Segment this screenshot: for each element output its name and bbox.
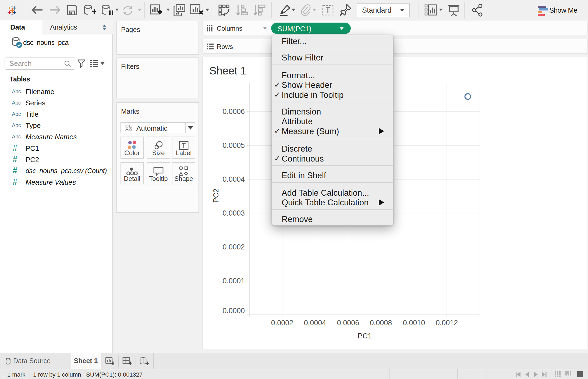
- svg-text:0.0012: 0.0012: [436, 319, 458, 327]
- svg-text:0.0004: 0.0004: [304, 319, 326, 327]
- svg-text:0.0001: 0.0001: [222, 277, 245, 285]
- svg-text:PC2: PC2: [212, 189, 220, 203]
- svg-text:0.0002: 0.0002: [222, 243, 245, 251]
- svg-text:0.0002: 0.0002: [271, 319, 293, 327]
- svg-text:PC1: PC1: [358, 332, 372, 340]
- svg-text:0.0000: 0.0000: [222, 307, 245, 315]
- svg-text:0.0010: 0.0010: [403, 319, 425, 327]
- svg-text:0.0008: 0.0008: [370, 319, 392, 327]
- svg-text:0.0006: 0.0006: [337, 319, 359, 327]
- svg-text:0.0005: 0.0005: [222, 141, 245, 149]
- svg-text:0.0006: 0.0006: [222, 108, 245, 116]
- svg-text:0.0004: 0.0004: [222, 175, 245, 183]
- svg-text:0.0003: 0.0003: [222, 209, 245, 217]
